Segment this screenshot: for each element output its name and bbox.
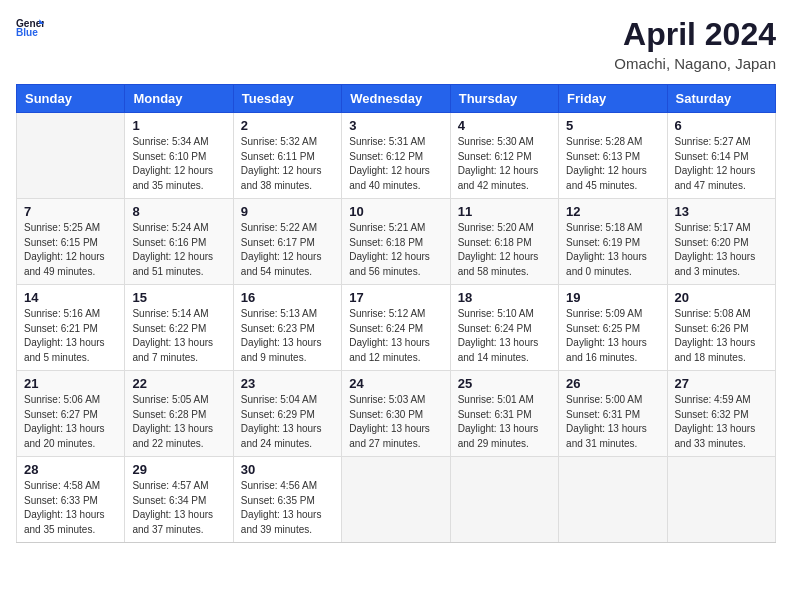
calendar-cell: 23Sunrise: 5:04 AM Sunset: 6:29 PM Dayli… — [233, 371, 341, 457]
weekday-header-wednesday: Wednesday — [342, 85, 450, 113]
day-number: 6 — [675, 118, 768, 133]
calendar-cell: 11Sunrise: 5:20 AM Sunset: 6:18 PM Dayli… — [450, 199, 558, 285]
day-info: Sunrise: 5:21 AM Sunset: 6:18 PM Dayligh… — [349, 221, 442, 279]
calendar-cell: 9Sunrise: 5:22 AM Sunset: 6:17 PM Daylig… — [233, 199, 341, 285]
day-info: Sunrise: 5:14 AM Sunset: 6:22 PM Dayligh… — [132, 307, 225, 365]
day-number: 17 — [349, 290, 442, 305]
day-info: Sunrise: 5:20 AM Sunset: 6:18 PM Dayligh… — [458, 221, 551, 279]
calendar-cell: 24Sunrise: 5:03 AM Sunset: 6:30 PM Dayli… — [342, 371, 450, 457]
day-info: Sunrise: 5:10 AM Sunset: 6:24 PM Dayligh… — [458, 307, 551, 365]
month-title: April 2024 — [614, 16, 776, 53]
day-number: 13 — [675, 204, 768, 219]
calendar-cell — [559, 457, 667, 543]
day-info: Sunrise: 5:34 AM Sunset: 6:10 PM Dayligh… — [132, 135, 225, 193]
weekday-header-saturday: Saturday — [667, 85, 775, 113]
calendar-cell: 15Sunrise: 5:14 AM Sunset: 6:22 PM Dayli… — [125, 285, 233, 371]
calendar-cell: 1Sunrise: 5:34 AM Sunset: 6:10 PM Daylig… — [125, 113, 233, 199]
day-number: 20 — [675, 290, 768, 305]
calendar-cell — [667, 457, 775, 543]
calendar-cell: 17Sunrise: 5:12 AM Sunset: 6:24 PM Dayli… — [342, 285, 450, 371]
weekday-header-thursday: Thursday — [450, 85, 558, 113]
day-number: 26 — [566, 376, 659, 391]
weekday-header-tuesday: Tuesday — [233, 85, 341, 113]
day-info: Sunrise: 5:06 AM Sunset: 6:27 PM Dayligh… — [24, 393, 117, 451]
day-number: 4 — [458, 118, 551, 133]
day-number: 23 — [241, 376, 334, 391]
day-info: Sunrise: 5:04 AM Sunset: 6:29 PM Dayligh… — [241, 393, 334, 451]
day-info: Sunrise: 4:57 AM Sunset: 6:34 PM Dayligh… — [132, 479, 225, 537]
calendar-cell: 25Sunrise: 5:01 AM Sunset: 6:31 PM Dayli… — [450, 371, 558, 457]
logo-icon: General Blue — [16, 16, 44, 38]
calendar-cell: 22Sunrise: 5:05 AM Sunset: 6:28 PM Dayli… — [125, 371, 233, 457]
calendar-table: SundayMondayTuesdayWednesdayThursdayFrid… — [16, 84, 776, 543]
calendar-cell: 3Sunrise: 5:31 AM Sunset: 6:12 PM Daylig… — [342, 113, 450, 199]
day-info: Sunrise: 5:31 AM Sunset: 6:12 PM Dayligh… — [349, 135, 442, 193]
location-title: Omachi, Nagano, Japan — [614, 55, 776, 72]
day-number: 30 — [241, 462, 334, 477]
day-number: 15 — [132, 290, 225, 305]
day-info: Sunrise: 5:25 AM Sunset: 6:15 PM Dayligh… — [24, 221, 117, 279]
page-header: General Blue April 2024 Omachi, Nagano, … — [16, 16, 776, 72]
day-info: Sunrise: 4:59 AM Sunset: 6:32 PM Dayligh… — [675, 393, 768, 451]
day-number: 19 — [566, 290, 659, 305]
calendar-cell: 28Sunrise: 4:58 AM Sunset: 6:33 PM Dayli… — [17, 457, 125, 543]
day-info: Sunrise: 5:03 AM Sunset: 6:30 PM Dayligh… — [349, 393, 442, 451]
day-number: 25 — [458, 376, 551, 391]
calendar-cell: 27Sunrise: 4:59 AM Sunset: 6:32 PM Dayli… — [667, 371, 775, 457]
title-area: April 2024 Omachi, Nagano, Japan — [614, 16, 776, 72]
day-info: Sunrise: 5:18 AM Sunset: 6:19 PM Dayligh… — [566, 221, 659, 279]
calendar-cell: 2Sunrise: 5:32 AM Sunset: 6:11 PM Daylig… — [233, 113, 341, 199]
day-info: Sunrise: 5:27 AM Sunset: 6:14 PM Dayligh… — [675, 135, 768, 193]
day-number: 24 — [349, 376, 442, 391]
day-info: Sunrise: 5:22 AM Sunset: 6:17 PM Dayligh… — [241, 221, 334, 279]
day-number: 3 — [349, 118, 442, 133]
calendar-cell: 20Sunrise: 5:08 AM Sunset: 6:26 PM Dayli… — [667, 285, 775, 371]
day-number: 9 — [241, 204, 334, 219]
day-info: Sunrise: 5:17 AM Sunset: 6:20 PM Dayligh… — [675, 221, 768, 279]
day-info: Sunrise: 5:01 AM Sunset: 6:31 PM Dayligh… — [458, 393, 551, 451]
day-info: Sunrise: 5:30 AM Sunset: 6:12 PM Dayligh… — [458, 135, 551, 193]
day-info: Sunrise: 5:32 AM Sunset: 6:11 PM Dayligh… — [241, 135, 334, 193]
weekday-header-monday: Monday — [125, 85, 233, 113]
day-number: 21 — [24, 376, 117, 391]
calendar-cell: 30Sunrise: 4:56 AM Sunset: 6:35 PM Dayli… — [233, 457, 341, 543]
calendar-cell: 12Sunrise: 5:18 AM Sunset: 6:19 PM Dayli… — [559, 199, 667, 285]
day-number: 2 — [241, 118, 334, 133]
calendar-cell: 4Sunrise: 5:30 AM Sunset: 6:12 PM Daylig… — [450, 113, 558, 199]
day-number: 22 — [132, 376, 225, 391]
day-number: 27 — [675, 376, 768, 391]
svg-text:Blue: Blue — [16, 27, 38, 38]
day-number: 14 — [24, 290, 117, 305]
day-number: 18 — [458, 290, 551, 305]
day-number: 7 — [24, 204, 117, 219]
calendar-cell: 19Sunrise: 5:09 AM Sunset: 6:25 PM Dayli… — [559, 285, 667, 371]
calendar-cell: 26Sunrise: 5:00 AM Sunset: 6:31 PM Dayli… — [559, 371, 667, 457]
calendar-cell — [450, 457, 558, 543]
calendar-cell: 10Sunrise: 5:21 AM Sunset: 6:18 PM Dayli… — [342, 199, 450, 285]
day-number: 11 — [458, 204, 551, 219]
day-info: Sunrise: 5:13 AM Sunset: 6:23 PM Dayligh… — [241, 307, 334, 365]
day-info: Sunrise: 5:28 AM Sunset: 6:13 PM Dayligh… — [566, 135, 659, 193]
calendar-cell: 14Sunrise: 5:16 AM Sunset: 6:21 PM Dayli… — [17, 285, 125, 371]
day-number: 16 — [241, 290, 334, 305]
logo: General Blue — [16, 16, 44, 38]
day-number: 29 — [132, 462, 225, 477]
weekday-header-sunday: Sunday — [17, 85, 125, 113]
calendar-cell: 21Sunrise: 5:06 AM Sunset: 6:27 PM Dayli… — [17, 371, 125, 457]
day-info: Sunrise: 5:12 AM Sunset: 6:24 PM Dayligh… — [349, 307, 442, 365]
day-info: Sunrise: 4:58 AM Sunset: 6:33 PM Dayligh… — [24, 479, 117, 537]
day-info: Sunrise: 5:00 AM Sunset: 6:31 PM Dayligh… — [566, 393, 659, 451]
calendar-cell: 6Sunrise: 5:27 AM Sunset: 6:14 PM Daylig… — [667, 113, 775, 199]
day-number: 5 — [566, 118, 659, 133]
calendar-cell — [342, 457, 450, 543]
day-info: Sunrise: 5:09 AM Sunset: 6:25 PM Dayligh… — [566, 307, 659, 365]
calendar-cell: 16Sunrise: 5:13 AM Sunset: 6:23 PM Dayli… — [233, 285, 341, 371]
day-number: 10 — [349, 204, 442, 219]
weekday-header-friday: Friday — [559, 85, 667, 113]
day-info: Sunrise: 5:08 AM Sunset: 6:26 PM Dayligh… — [675, 307, 768, 365]
day-number: 28 — [24, 462, 117, 477]
calendar-cell: 13Sunrise: 5:17 AM Sunset: 6:20 PM Dayli… — [667, 199, 775, 285]
day-info: Sunrise: 5:05 AM Sunset: 6:28 PM Dayligh… — [132, 393, 225, 451]
calendar-cell: 18Sunrise: 5:10 AM Sunset: 6:24 PM Dayli… — [450, 285, 558, 371]
weekday-header-row: SundayMondayTuesdayWednesdayThursdayFrid… — [17, 85, 776, 113]
